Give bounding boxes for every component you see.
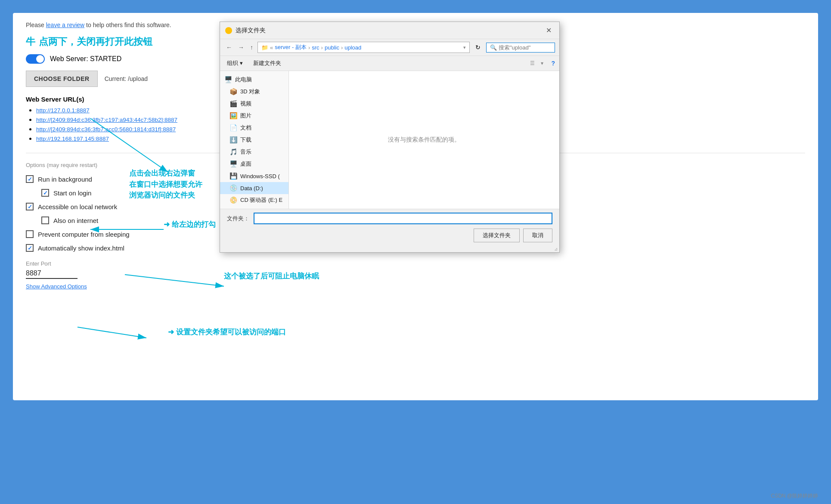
tree-item-documents[interactable]: 📄 文档 [220, 122, 288, 134]
checkbox-run-background[interactable] [26, 175, 34, 183]
tree-item-3d[interactable]: 📦 3D 对象 [220, 86, 288, 98]
leave-review-link[interactable]: leave a review [46, 22, 85, 28]
pictures-icon: 🖼️ [229, 112, 238, 120]
port-label: Enter Port [26, 260, 805, 267]
view-toggle-icon[interactable]: ▾ [541, 60, 543, 66]
search-input[interactable] [499, 44, 546, 51]
video-icon: 🎬 [229, 100, 238, 108]
bull-icon: 牛 [26, 35, 35, 48]
checkbox-prevent-sleep[interactable] [26, 230, 34, 238]
downloads-icon: ⬇️ [229, 136, 238, 144]
current-path: Current: /upload [105, 75, 148, 82]
tree-item-data-d[interactable]: 💿 Data (D:) [220, 182, 288, 194]
resize-handle[interactable]: ⊿ [220, 246, 559, 252]
folder-input-label: 文件夹： [227, 215, 249, 223]
tree-item-label: 图片 [240, 112, 251, 120]
annotation-title-text: 点两下，关闭再打开此按钮 [39, 35, 152, 48]
dialog-title-text: 选择文件夹 [236, 27, 540, 34]
dialog-title-icon [225, 27, 232, 34]
empty-message: 没有与搜索条件匹配的项。 [388, 136, 460, 144]
web-server-toggle[interactable] [26, 54, 45, 64]
cancel-button[interactable]: 取消 [523, 229, 552, 242]
folder-input-row: 文件夹： [227, 213, 552, 224]
annotation-port: ➜ 设置文件夹希望可以被访问的端口 [168, 327, 286, 337]
3d-icon: 📦 [229, 88, 238, 96]
tree-item-computer[interactable]: 🖥️ 此电脑 [220, 74, 288, 86]
music-icon: 🎵 [229, 148, 238, 156]
dialog-titlebar: 选择文件夹 ✕ [220, 22, 559, 39]
windows-ssd-icon: 💾 [229, 172, 238, 180]
path-folder-icon: 📁 [261, 44, 268, 51]
tree-item-cd-e[interactable]: 📀 CD 驱动器 (E:) E [220, 194, 288, 206]
option-prevent-sleep-label: Prevent computer from sleeping [38, 231, 130, 238]
up-button[interactable]: ↑ [248, 43, 255, 52]
organize-button[interactable]: 组织 ▾ [224, 58, 245, 69]
computer-icon: 🖥️ [224, 76, 233, 83]
search-bar: 🔍 [486, 43, 555, 53]
checkbox-also-internet[interactable] [41, 216, 49, 224]
checkbox-auto-show-index[interactable] [26, 244, 34, 252]
sidebar-tree: 🖥️ 此电脑 📦 3D 对象 🎬 视频 🖼️ 图片 📄 文档 [220, 71, 289, 209]
tree-item-label: 此电脑 [235, 76, 252, 83]
cd-e-icon: 📀 [229, 196, 238, 204]
option-start-login-label: Start on login [53, 189, 91, 197]
tree-item-music[interactable]: 🎵 音乐 [220, 146, 288, 158]
file-picker-dialog: 选择文件夹 ✕ ← → ↑ 📁 « server - 副本 › src › pu… [220, 22, 560, 253]
dialog-actions-bar: 组织 ▾ 新建文件夹 ☰ ▾ ? [220, 56, 559, 71]
dialog-content: 没有与搜索条件匹配的项。 [289, 71, 559, 209]
checkbox-start-login[interactable] [41, 189, 49, 197]
desktop-icon: 🖥️ [229, 160, 238, 168]
port-input[interactable] [26, 269, 78, 279]
tree-item-label: 音乐 [240, 148, 251, 156]
tree-item-pictures[interactable]: 🖼️ 图片 [220, 110, 288, 122]
option-auto-show-index-label: Automatically show index.html [38, 244, 124, 252]
path-bar: 📁 « server - 副本 › src › public › upload … [257, 42, 470, 53]
select-folder-button[interactable]: 选择文件夹 [474, 229, 520, 242]
tree-item-label: 视频 [240, 100, 251, 108]
dialog-close-button[interactable]: ✕ [543, 25, 554, 35]
main-container: Please leave a review to help others fin… [13, 13, 818, 400]
refresh-button[interactable]: ↻ [472, 43, 484, 52]
url-link-2[interactable]: http://[2409:894d:c36:3fb7:c197:a943:44c… [36, 117, 177, 123]
tree-item-label: 文档 [240, 124, 251, 132]
url-link-4[interactable]: http://192.168.197.145:8887 [36, 136, 109, 142]
view-toggle[interactable]: ☰ [530, 60, 535, 66]
path-part-3[interactable]: public [325, 44, 339, 51]
tree-item-label: 桌面 [240, 160, 251, 168]
search-icon: 🔍 [490, 44, 497, 51]
forward-button[interactable]: → [236, 43, 246, 52]
option-accessible-local-label: Accessible on local network [38, 203, 117, 210]
show-advanced-link[interactable]: Show Advanced Options [26, 283, 87, 290]
option-also-internet-label: Also on internet [53, 217, 98, 224]
tree-item-desktop[interactable]: 🖥️ 桌面 [220, 158, 288, 170]
tree-item-label: 3D 对象 [240, 88, 260, 96]
tree-item-windows-ssd[interactable]: 💾 Windows-SSD ( [220, 170, 288, 182]
data-d-icon: 💿 [229, 184, 238, 192]
path-part-1[interactable]: server - 副本 [275, 43, 307, 51]
help-icon[interactable]: ? [551, 60, 555, 67]
tree-item-video[interactable]: 🎬 视频 [220, 98, 288, 110]
path-part-2[interactable]: src [312, 44, 319, 51]
tree-item-label: 下载 [240, 136, 251, 144]
toggle-label: Web Server: STARTED [50, 55, 121, 63]
footer-buttons: 选择文件夹 取消 [227, 229, 552, 242]
tree-item-label: Data (D:) [240, 185, 263, 192]
tree-item-downloads[interactable]: ⬇️ 下载 [220, 134, 288, 146]
url-link-1[interactable]: http://127.0.0.1:8887 [36, 107, 90, 114]
documents-icon: 📄 [229, 124, 238, 132]
new-folder-button[interactable]: 新建文件夹 [250, 58, 285, 69]
checkbox-accessible-local[interactable] [26, 203, 34, 210]
path-part-4[interactable]: upload [344, 44, 361, 51]
back-button[interactable]: ← [224, 43, 234, 52]
port-section: Enter Port [26, 260, 805, 279]
tree-item-label: Windows-SSD ( [240, 173, 280, 179]
dialog-footer: 文件夹： 选择文件夹 取消 [220, 209, 559, 246]
dialog-body: 🖥️ 此电脑 📦 3D 对象 🎬 视频 🖼️ 图片 📄 文档 [220, 71, 559, 209]
folder-input[interactable] [254, 213, 552, 224]
csdn-footer: CSDN @陈婷婷婷婷 [771, 492, 818, 500]
path-dropdown[interactable]: ▾ [463, 45, 466, 50]
url-link-3[interactable]: http://[2409:894d:c36:3fb7:acc0:5680:181… [36, 126, 176, 133]
svg-line-4 [78, 327, 146, 338]
choose-folder-button[interactable]: CHOOSE FOLDER [26, 71, 98, 87]
tree-item-label: CD 驱动器 (E:) E [240, 196, 282, 204]
